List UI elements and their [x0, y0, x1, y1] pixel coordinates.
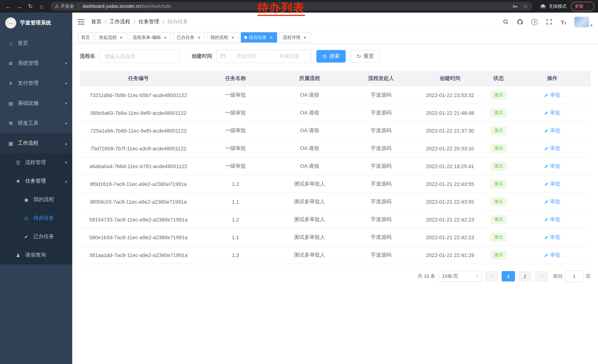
approve-label: 审批 — [550, 198, 560, 205]
password-key-icon[interactable] — [512, 3, 519, 10]
approve-link[interactable]: 审批 — [544, 198, 560, 205]
tab-my-process[interactable]: 我的流程 × — [207, 32, 239, 43]
sidebar-item-payment[interactable]: ¥ 支付管理 ▾ — [0, 73, 72, 93]
task-process: 测试多审批人 — [274, 175, 345, 193]
sidebar-item-home[interactable]: ⌂ 首页 — [0, 33, 72, 53]
tab-start-process[interactable]: 发起流程 × — [96, 32, 127, 43]
approve-link[interactable]: 审批 — [544, 234, 560, 241]
sidebar-item-system[interactable]: ⚙ 系统管理 ▾ — [0, 53, 72, 73]
close-icon[interactable]: × — [302, 35, 307, 40]
user-menu[interactable]: ▾ — [574, 16, 592, 27]
task-process: OA 请假 — [274, 139, 345, 157]
create-time-label: 创建时间 — [191, 53, 212, 60]
sidebar-item-infrastructure[interactable]: ▤ 基础设施 ▾ — [0, 93, 72, 113]
close-icon[interactable]: × — [269, 35, 274, 40]
approve-link[interactable]: 审批 — [544, 145, 560, 152]
github-icon[interactable] — [516, 18, 524, 25]
tab-todo-tasks[interactable]: 待办任务 × — [241, 32, 277, 43]
chevron-down-icon: ▾ — [65, 121, 67, 126]
sidebar-collapse-icon[interactable] — [78, 18, 85, 25]
sidebar-item-label: 工作流程 — [18, 140, 39, 147]
check-icon: ✔ — [23, 234, 30, 239]
task-starter: 芋道源码 — [345, 139, 417, 157]
active-dot — [244, 36, 247, 39]
breadcrumb-separator: / — [134, 19, 135, 25]
chevron-down-icon: ▾ — [476, 274, 478, 278]
goto-page-input[interactable] — [565, 270, 583, 282]
page-1-button[interactable]: 1 — [502, 271, 515, 281]
approve-link[interactable]: 审批 — [544, 252, 560, 258]
chevron-down-icon: ▾ — [65, 81, 67, 86]
next-page-button[interactable]: › — [535, 271, 548, 281]
tab-label: 首页 — [81, 34, 90, 40]
approve-link[interactable]: 审批 — [544, 109, 560, 116]
reset-button[interactable]: ↻ 重置 — [351, 50, 380, 63]
tab-home[interactable]: 首页 — [78, 32, 93, 43]
sidebar-item-devtools[interactable]: ⚒ 研发工具 ▾ — [0, 113, 72, 133]
workflow-icon: ▦ — [8, 140, 14, 146]
gear-icon: ⚙ — [8, 61, 14, 66]
browser-forward-button[interactable]: → — [15, 2, 24, 11]
breadcrumb-task-management[interactable]: 任务管理 — [139, 18, 159, 25]
status-badge: 激活 — [490, 126, 507, 135]
sidebar-item-leave-query[interactable]: ♟ 请假查询 — [0, 246, 72, 264]
browser-back-button[interactable]: ← — [4, 2, 13, 11]
page-size-select[interactable]: 10条/页 ▾ — [439, 271, 482, 282]
sidebar-item-task-management[interactable]: ❖ 任务管理 ▴ — [0, 172, 72, 190]
page-2-button[interactable]: 2 — [518, 271, 532, 281]
date-range-picker[interactable]: 开始日期 - 结束日期 — [216, 50, 311, 63]
process-name-input[interactable] — [99, 50, 180, 63]
col-actions: 操作 — [514, 71, 590, 86]
table-row: 069c6a63-7b8a-11ec-8ef0-acde48001122 一级审… — [80, 104, 590, 122]
address-divider — [78, 4, 79, 9]
col-status: 状态 — [483, 71, 514, 86]
tab-process-detail[interactable]: 流程详情 × — [279, 32, 311, 43]
col-process: 所属流程 — [274, 71, 345, 86]
sidebar-item-my-process[interactable]: ◉ 我的流程 — [0, 190, 72, 209]
col-starter: 流程发起人 — [345, 71, 417, 86]
breadcrumb-home[interactable]: 首页 — [91, 18, 101, 25]
bookmark-star-icon[interactable]: ☆ — [523, 3, 528, 9]
sidebar-item-process-management[interactable]: ☰ 流程管理 ▾ — [0, 153, 72, 172]
close-icon[interactable]: × — [230, 35, 235, 40]
sidebar-item-workflow[interactable]: ▦ 工作流程 ▴ — [0, 133, 72, 153]
breadcrumb-workflow[interactable]: 工作流程 — [110, 18, 130, 25]
tab-label: 待办任务 — [249, 34, 267, 40]
prev-page-button[interactable]: ‹ — [485, 271, 498, 281]
sidebar-item-done-tasks[interactable]: ✔ 已办任务 — [0, 227, 72, 246]
task-id: 580e1b3d-7ac8-11ec-a9e2-a2380e71991a — [80, 228, 197, 246]
fullscreen-icon[interactable] — [545, 18, 553, 25]
approve-link[interactable]: 审批 — [544, 216, 560, 223]
task-process: 测试多审批人 — [274, 246, 345, 264]
browser-reload-button[interactable]: ↻ — [26, 2, 35, 11]
security-indicator[interactable]: ⚠ 不安全 — [55, 3, 74, 9]
search-button-label: 搜索 — [329, 53, 340, 60]
tab-done-tasks[interactable]: 已办任务 × — [173, 32, 205, 43]
search-icon[interactable] — [502, 18, 509, 25]
font-size-icon[interactable]: TT — [560, 18, 567, 25]
help-icon[interactable]: ? — [531, 18, 538, 25]
task-id: 381aa1dd-7ac8-11ec-a9e2-a2380e71991a — [80, 246, 197, 264]
browser-menu-icon[interactable]: ⋮ — [586, 4, 590, 9]
warning-icon: ⚠ — [55, 4, 59, 9]
search-button[interactable]: 搜索 — [316, 50, 346, 63]
approve-link[interactable]: 审批 — [544, 92, 560, 98]
goto-label: 前往 — [553, 273, 563, 280]
approve-link[interactable]: 审批 — [544, 127, 560, 134]
app-logo[interactable]: 芋道管理系统 — [0, 13, 72, 33]
tab-form-edit[interactable]: 流程表单-编辑 × — [129, 32, 171, 43]
chevron-down-icon: ▾ — [65, 101, 67, 106]
close-icon[interactable]: × — [163, 35, 168, 40]
approve-link[interactable]: 审批 — [544, 180, 560, 187]
sidebar-item-todo-tasks[interactable]: ◎ 待办任务 — [0, 209, 72, 227]
approve-link[interactable]: 审批 — [544, 163, 560, 170]
close-icon[interactable]: × — [196, 35, 201, 40]
sidebar-item-label: 待办任务 — [33, 215, 54, 221]
status-badge: 激活 — [490, 197, 507, 206]
user-avatar[interactable] — [574, 16, 589, 27]
browser-update-button[interactable]: 更新 ⋮ — [571, 2, 594, 11]
status-badge: 激活 — [490, 90, 507, 99]
table-row: 8f059c03-7ac8-11ec-a9e2-a2380e71991a 1.1… — [80, 193, 590, 210]
browser-home-button[interactable]: ⌂ — [37, 2, 46, 11]
close-icon[interactable]: × — [119, 35, 124, 40]
